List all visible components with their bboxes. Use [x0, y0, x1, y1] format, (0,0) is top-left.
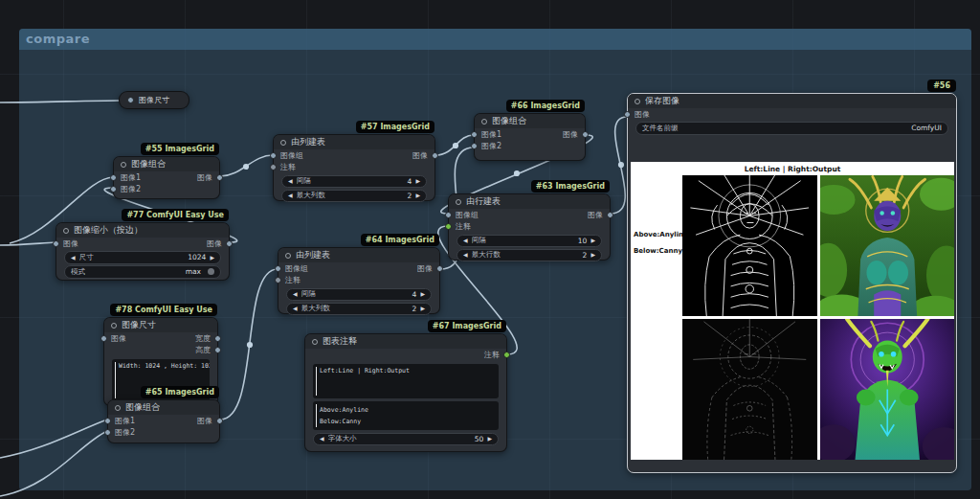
- number-widget-最大行数[interactable]: ◀最大行数2▶: [457, 249, 602, 262]
- input-slot-dot[interactable]: [275, 265, 281, 272]
- collapse-dot-icon[interactable]: [312, 339, 318, 345]
- number-widget-最大列数[interactable]: ◀最大列数2▶: [281, 190, 427, 203]
- text-widget[interactable]: Above:AnylineBelow:Canny: [313, 401, 499, 430]
- input-slot-dot[interactable]: [270, 152, 277, 159]
- output-slot-dot[interactable]: [214, 347, 221, 353]
- slot-row: 图像: [628, 108, 956, 121]
- output-slot-dot[interactable]: [214, 335, 221, 342]
- input-slot-dot[interactable]: [275, 277, 281, 284]
- input-slot-dot[interactable]: [104, 429, 111, 436]
- number-widget-间隔[interactable]: ◀间隔4▶: [286, 288, 432, 302]
- collapse-dot-icon[interactable]: [280, 140, 286, 146]
- node-65[interactable]: #65 ImagesGrid图像组合图像1图像图像2: [107, 399, 220, 443]
- collapse-dot-icon[interactable]: [63, 228, 69, 234]
- widget-value: 50: [475, 435, 484, 443]
- decrement-arrow-icon[interactable]: ◀: [288, 178, 293, 184]
- increment-arrow-icon[interactable]: ▶: [590, 252, 595, 258]
- node-titlebar[interactable]: 图像组合: [108, 400, 219, 415]
- collapse-dot-icon[interactable]: [635, 99, 640, 104]
- node-graph-canvas[interactable]: compare 图像尺寸#55 ImagesGrid图像组合图像1图像图像2#5…: [0, 0, 980, 499]
- collapse-dot-icon[interactable]: [481, 119, 487, 125]
- input-slot-dot[interactable]: [104, 418, 111, 424]
- slot-row: 注释: [305, 349, 506, 361]
- decrement-arrow-icon[interactable]: ◀: [71, 255, 76, 261]
- input-slot-dot[interactable]: [110, 174, 117, 181]
- output-slot-dot[interactable]: [432, 152, 438, 159]
- decrement-arrow-icon[interactable]: ◀: [293, 306, 298, 311]
- input-slot-dot[interactable]: [53, 240, 59, 247]
- input-slot-dot[interactable]: [445, 212, 452, 218]
- combo-toggle-icon[interactable]: [208, 268, 214, 275]
- increment-arrow-icon[interactable]: ▶: [487, 436, 492, 442]
- node-63[interactable]: #63 ImagesGrid由行建表图像组图像注释◀间隔10▶◀最大行数2▶: [448, 193, 611, 261]
- collapse-dot-icon[interactable]: [121, 162, 126, 168]
- node-titlebar[interactable]: 由列建表: [278, 248, 439, 262]
- collapse-dot-icon[interactable]: [115, 405, 121, 411]
- output-slot-dot[interactable]: [607, 212, 613, 218]
- increment-arrow-icon[interactable]: ▶: [590, 238, 595, 243]
- node-titlebar[interactable]: 图像尺寸: [104, 318, 217, 332]
- node-titlebar[interactable]: 图像组合: [114, 157, 219, 171]
- number-widget-尺寸[interactable]: ◀尺寸1024▶: [64, 251, 221, 264]
- widget-value: 10: [578, 237, 588, 245]
- node-titlebar[interactable]: 保存图像: [628, 94, 956, 108]
- input-slot-dot[interactable]: [270, 164, 277, 170]
- node-title: 保存图像: [645, 95, 679, 107]
- decrement-arrow-icon[interactable]: ◀: [293, 291, 298, 297]
- decrement-arrow-icon[interactable]: ◀: [320, 436, 324, 442]
- node-55[interactable]: #55 ImagesGrid图像组合图像1图像图像2: [113, 156, 220, 199]
- input-slot-dot[interactable]: [471, 143, 478, 149]
- node-64[interactable]: #64 ImagesGrid由列建表图像组图像注释◀间隔4▶◀最大列数2▶: [278, 247, 440, 314]
- input-slot-dot[interactable]: [624, 111, 631, 118]
- widget-value: ComfyUI: [911, 124, 942, 132]
- node-56[interactable]: #56保存图像图像文件名前缀ComfyUILeft:Line | Right:O…: [627, 93, 957, 473]
- output-slot-dot[interactable]: [226, 240, 233, 247]
- input-slot-dot[interactable]: [445, 223, 452, 230]
- node-size-collapsed[interactable]: 图像尺寸: [119, 91, 189, 109]
- node-titlebar[interactable]: 图像缩小（按边）: [56, 223, 229, 238]
- node-57[interactable]: #57 ImagesGrid由列建表图像组图像注释◀间隔4▶◀最大列数2▶: [273, 134, 435, 201]
- slot-row: 图像2: [108, 427, 219, 440]
- decrement-arrow-icon[interactable]: ◀: [288, 193, 293, 198]
- input-slot-dot[interactable]: [100, 335, 107, 342]
- node-title: 图像缩小（按边）: [74, 224, 143, 237]
- decrement-arrow-icon[interactable]: ◀: [463, 252, 468, 258]
- input-slot-label: 图像2: [481, 141, 501, 151]
- widget-value: 2: [412, 305, 417, 313]
- node-77[interactable]: #77 ComfyUI Easy Use图像缩小（按边）图像图像◀尺寸1024▶…: [56, 222, 230, 281]
- combo-widget-模式[interactable]: 模式max: [64, 265, 221, 279]
- node-id-badge: #64 ImagesGrid: [361, 234, 439, 246]
- output-slot-dot[interactable]: [436, 265, 443, 272]
- output-slot-dot[interactable]: [216, 174, 223, 181]
- increment-arrow-icon[interactable]: ▶: [415, 193, 420, 198]
- text-widget[interactable]: Left:Line | Right:Output: [313, 364, 499, 398]
- output-slot-dot[interactable]: [216, 418, 223, 424]
- decrement-arrow-icon[interactable]: ◀: [463, 238, 468, 243]
- number-widget-间隔[interactable]: ◀间隔10▶: [457, 235, 602, 248]
- collapsed-slot-dot[interactable]: [127, 97, 134, 103]
- input-slot-dot[interactable]: [110, 186, 117, 193]
- increment-arrow-icon[interactable]: ▶: [415, 178, 420, 184]
- collapse-dot-icon[interactable]: [456, 199, 461, 205]
- node-id-badge: #56: [927, 79, 956, 92]
- collapse-dot-icon[interactable]: [285, 253, 291, 259]
- collapse-dot-icon[interactable]: [111, 323, 117, 329]
- number-widget-最大列数[interactable]: ◀最大列数2▶: [286, 303, 432, 316]
- input-slot-label: 图像: [635, 109, 650, 120]
- number-widget-字体大小[interactable]: ◀字体大小50▶: [313, 433, 499, 446]
- node-titlebar[interactable]: 由列建表: [274, 135, 434, 149]
- output-slot-dot[interactable]: [503, 352, 510, 358]
- node-titlebar[interactable]: 由行建表: [449, 194, 610, 209]
- node-67[interactable]: #67 ImagesGrid图表注释注释Left:Line | Right:Ou…: [304, 333, 507, 452]
- number-widget-间隔[interactable]: ◀间隔4▶: [281, 175, 427, 189]
- input-slot-dot[interactable]: [471, 131, 478, 138]
- output-slot-dot[interactable]: [582, 131, 589, 138]
- increment-arrow-icon[interactable]: ▶: [420, 306, 425, 311]
- node-66[interactable]: #66 ImagesGrid图像组合图像1图像图像2: [474, 113, 586, 161]
- text-input-widget-文件名前缀[interactable]: 文件名前缀ComfyUI: [635, 122, 948, 135]
- node-titlebar[interactable]: 图像组合: [475, 114, 585, 128]
- input-slot-label: 注释: [456, 221, 471, 232]
- node-titlebar[interactable]: 图表注释: [305, 334, 506, 349]
- increment-arrow-icon[interactable]: ▶: [210, 255, 214, 261]
- increment-arrow-icon[interactable]: ▶: [420, 291, 425, 297]
